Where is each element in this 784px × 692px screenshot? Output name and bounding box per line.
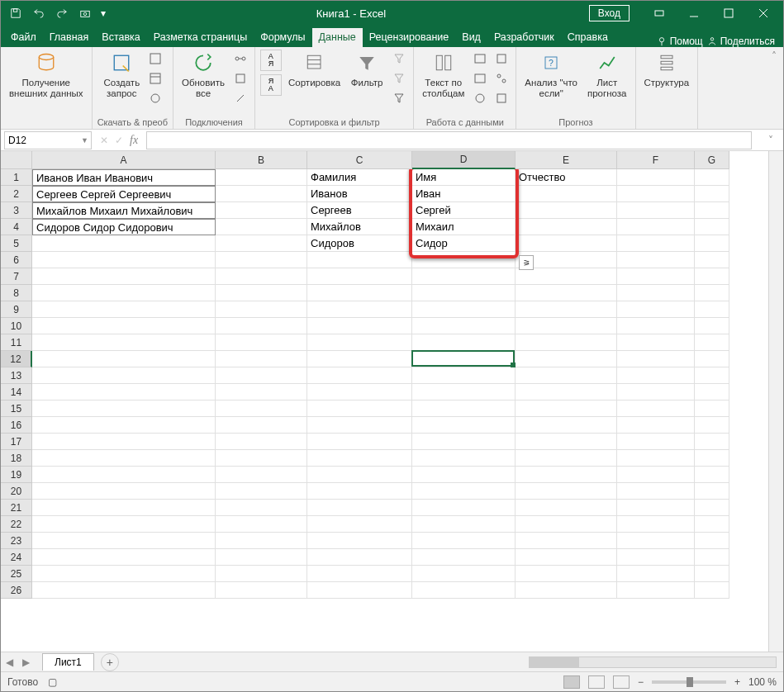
row-header[interactable]: 25 bbox=[1, 566, 32, 582]
row-header[interactable]: 7 bbox=[1, 268, 32, 285]
connections-icon[interactable] bbox=[231, 50, 249, 68]
cell[interactable] bbox=[216, 417, 307, 434]
cell[interactable] bbox=[617, 549, 695, 566]
cell[interactable] bbox=[32, 318, 216, 334]
zoom-slider[interactable] bbox=[652, 680, 726, 684]
cell[interactable] bbox=[307, 483, 412, 500]
relationships-icon[interactable] bbox=[492, 69, 511, 88]
cell[interactable] bbox=[307, 434, 412, 450]
cell[interactable] bbox=[516, 582, 617, 599]
cell[interactable] bbox=[617, 500, 695, 516]
reapply-icon[interactable] bbox=[390, 69, 408, 88]
cell[interactable] bbox=[516, 401, 617, 417]
cell[interactable] bbox=[32, 268, 216, 285]
cell[interactable] bbox=[516, 434, 617, 450]
redo-icon[interactable] bbox=[52, 3, 72, 23]
cell[interactable] bbox=[307, 301, 412, 318]
cell[interactable]: Сидор bbox=[412, 235, 516, 252]
cell[interactable] bbox=[216, 351, 307, 367]
camera-icon[interactable] bbox=[75, 3, 95, 23]
cell[interactable] bbox=[32, 367, 216, 384]
create-query-button[interactable]: Создать запрос bbox=[100, 50, 143, 99]
column-header[interactable]: F bbox=[617, 151, 695, 169]
tab-nav-prev[interactable]: ◀ bbox=[1, 656, 17, 668]
cell[interactable]: Сергеев bbox=[307, 202, 412, 219]
cell[interactable] bbox=[617, 219, 695, 235]
cell[interactable] bbox=[695, 186, 729, 202]
cell[interactable] bbox=[695, 500, 729, 516]
column-header[interactable]: D bbox=[412, 151, 516, 169]
cell[interactable] bbox=[32, 467, 216, 483]
cell[interactable] bbox=[695, 417, 729, 434]
cell[interactable] bbox=[695, 483, 729, 500]
cell[interactable] bbox=[695, 351, 729, 367]
show-queries-icon[interactable] bbox=[146, 50, 164, 68]
cell[interactable]: Сергей bbox=[412, 202, 516, 219]
cell[interactable]: Иванов bbox=[307, 186, 412, 202]
ribbon-display-icon[interactable] bbox=[643, 2, 676, 25]
cell[interactable] bbox=[617, 268, 695, 285]
cell[interactable] bbox=[617, 301, 695, 318]
normal-view-icon[interactable] bbox=[563, 675, 580, 689]
cell[interactable] bbox=[695, 582, 729, 599]
select-all-corner[interactable] bbox=[1, 151, 32, 169]
cell[interactable] bbox=[516, 202, 617, 219]
cell[interactable] bbox=[216, 252, 307, 268]
row-header[interactable]: 17 bbox=[1, 434, 32, 450]
cell[interactable] bbox=[307, 467, 412, 483]
row-header[interactable]: 4 bbox=[1, 219, 32, 235]
cell[interactable] bbox=[216, 467, 307, 483]
cell[interactable] bbox=[695, 219, 729, 235]
cell[interactable] bbox=[32, 351, 216, 367]
cell[interactable] bbox=[216, 483, 307, 500]
cell[interactable] bbox=[412, 318, 516, 334]
cell[interactable] bbox=[32, 252, 216, 268]
cell[interactable] bbox=[516, 318, 617, 334]
row-header[interactable]: 19 bbox=[1, 467, 32, 483]
cell[interactable] bbox=[307, 318, 412, 334]
from-table-icon[interactable] bbox=[146, 69, 164, 88]
cell[interactable] bbox=[307, 367, 412, 384]
cell[interactable] bbox=[307, 450, 412, 467]
row-header[interactable]: 13 bbox=[1, 367, 32, 384]
cell[interactable] bbox=[695, 202, 729, 219]
cell[interactable] bbox=[695, 516, 729, 533]
cell[interactable] bbox=[516, 467, 617, 483]
row-header[interactable]: 9 bbox=[1, 301, 32, 318]
cell[interactable] bbox=[412, 268, 516, 285]
clear-filter-icon[interactable] bbox=[390, 50, 408, 68]
page-break-view-icon[interactable] bbox=[613, 675, 630, 689]
cell[interactable] bbox=[412, 467, 516, 483]
row-header[interactable]: 11 bbox=[1, 334, 32, 351]
share-button[interactable]: Поделиться bbox=[706, 36, 775, 47]
cell[interactable]: Имя bbox=[412, 169, 516, 186]
cell[interactable] bbox=[216, 533, 307, 549]
cell[interactable] bbox=[216, 549, 307, 566]
cell[interactable] bbox=[216, 318, 307, 334]
cell[interactable] bbox=[412, 483, 516, 500]
cell[interactable] bbox=[412, 533, 516, 549]
tab-formulas[interactable]: Формулы bbox=[254, 28, 311, 47]
cell[interactable] bbox=[412, 516, 516, 533]
row-header[interactable]: 18 bbox=[1, 450, 32, 467]
row-header[interactable]: 5 bbox=[1, 235, 32, 252]
cell[interactable] bbox=[32, 417, 216, 434]
tell-me-button[interactable]: Помощ bbox=[656, 36, 703, 47]
cell[interactable] bbox=[617, 367, 695, 384]
sort-button[interactable]: Сортировка bbox=[285, 50, 344, 88]
login-button[interactable]: Вход bbox=[589, 5, 630, 21]
cell[interactable] bbox=[216, 202, 307, 219]
cell[interactable] bbox=[32, 450, 216, 467]
cell[interactable] bbox=[695, 285, 729, 301]
cell[interactable] bbox=[412, 549, 516, 566]
cell[interactable] bbox=[617, 186, 695, 202]
fx-icon[interactable]: fx bbox=[130, 134, 138, 147]
cell[interactable] bbox=[412, 582, 516, 599]
cell[interactable] bbox=[617, 417, 695, 434]
cell[interactable] bbox=[617, 434, 695, 450]
cell[interactable] bbox=[695, 384, 729, 401]
cell[interactable] bbox=[617, 467, 695, 483]
cell[interactable] bbox=[412, 252, 516, 268]
add-sheet-button[interactable]: + bbox=[101, 653, 119, 671]
remove-duplicates-icon[interactable] bbox=[471, 69, 489, 88]
